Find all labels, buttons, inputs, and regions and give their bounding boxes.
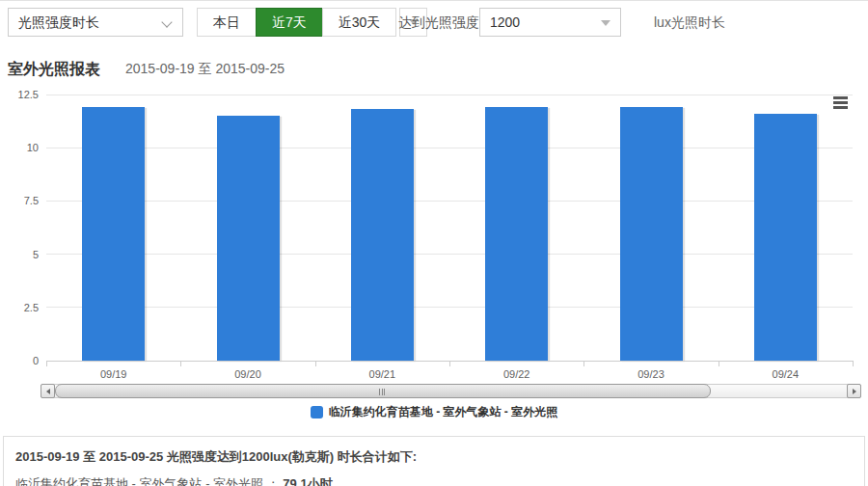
threshold-value: 1200 (490, 14, 520, 30)
bar[interactable] (754, 114, 817, 361)
x-axis-tick (315, 361, 316, 366)
x-axis-tick (719, 361, 719, 366)
arrow-left-icon (46, 389, 50, 394)
threshold-label: 达到光照强度 (398, 8, 479, 37)
date-range-text: 2015-09-19 至 2015-09-25 (125, 61, 285, 78)
scrollbar-grip-icon (379, 389, 385, 395)
scrollbar-left-button[interactable] (41, 384, 55, 398)
bar[interactable] (351, 109, 414, 361)
y-axis-label: 7.5 (0, 195, 39, 206)
y-axis-label: 0 (0, 355, 39, 366)
scrollbar-thumb[interactable] (55, 384, 711, 398)
toolbar: 光照强度时长 本日 近7天 近30天 达到光照强度 1200 lux光照时长 (0, 1, 868, 45)
x-axis-tick (46, 361, 47, 366)
summary-row-value: 79.1小时 (283, 476, 332, 486)
metric-select-value: 光照强度时长 (18, 14, 99, 30)
bar-chart: 临沂集约化育苗基地 - 室外气象站 - 室外光照 02.557.51012.50… (0, 88, 868, 420)
date-range-button-group: 本日 近7天 近30天 (197, 8, 427, 37)
x-axis-label: 09/22 (488, 368, 546, 380)
gridline (46, 201, 853, 202)
x-axis-label: 09/23 (622, 368, 680, 380)
bar[interactable] (82, 107, 145, 361)
x-axis-tick (853, 361, 854, 366)
chart-scrollbar[interactable] (41, 384, 861, 398)
y-axis-label: 10 (0, 142, 39, 153)
bar[interactable] (485, 107, 548, 361)
gridline (46, 148, 853, 148)
chevron-down-icon (161, 16, 172, 27)
legend-label: 临沂集约化育苗基地 - 室外气象站 - 室外光照 (329, 404, 557, 420)
scrollbar-right-button[interactable] (847, 384, 861, 398)
gridline (46, 254, 853, 255)
range-button-30days[interactable]: 近30天 (322, 8, 397, 37)
y-axis-label: 12.5 (0, 89, 39, 100)
unit-label: lux光照时长 (654, 8, 725, 37)
range-button-today[interactable]: 本日 (197, 8, 257, 37)
x-axis-tick (583, 361, 584, 366)
caret-down-icon (601, 20, 610, 26)
x-axis-label: 09/24 (756, 368, 814, 380)
y-axis-label: 5 (0, 249, 39, 260)
y-axis-label: 2.5 (0, 302, 39, 313)
x-axis-label: 09/19 (85, 368, 143, 380)
x-axis-label: 09/21 (353, 368, 411, 380)
summary-row-separator: ： (267, 476, 284, 486)
legend-item[interactable]: 临沂集约化育苗基地 - 室外气象站 - 室外光照 (0, 404, 868, 419)
summary-row-label: 临沂集约化育苗基地 - 室外气象站 - 室外光照 (15, 476, 263, 486)
bar[interactable] (217, 116, 280, 361)
gridline (46, 307, 853, 308)
chart-menu-icon[interactable] (833, 96, 848, 111)
x-axis-label: 09/20 (219, 368, 277, 380)
bar[interactable] (620, 107, 683, 361)
x-axis-tick (449, 361, 450, 366)
title-bar: 室外光照报表 2015-09-19 至 2015-09-25 (0, 45, 868, 88)
gridline (46, 94, 853, 95)
x-axis-tick (180, 361, 181, 366)
metric-select[interactable]: 光照强度时长 (8, 8, 183, 37)
page-title: 室外光照报表 (8, 60, 100, 80)
arrow-right-icon (853, 389, 856, 394)
plot-area (46, 94, 853, 361)
summary-row: 临沂集约化育苗基地 - 室外气象站 - 室外光照 ： 79.1小时 (15, 475, 853, 486)
summary-panel: 2015-09-19 至 2015-09-25 光照强度达到1200lux(勒克… (3, 436, 865, 486)
summary-heading: 2015-09-19 至 2015-09-25 光照强度达到1200lux(勒克… (15, 448, 853, 466)
threshold-combobox[interactable]: 1200 (479, 8, 621, 37)
range-button-7days[interactable]: 近7天 (256, 8, 323, 37)
legend-swatch-icon (311, 406, 323, 418)
